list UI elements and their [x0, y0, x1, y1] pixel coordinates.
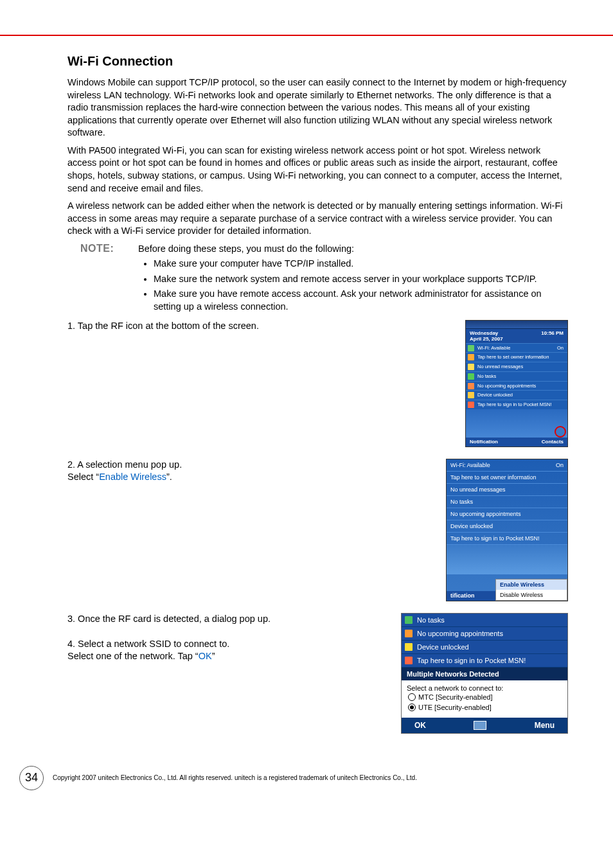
dialog-prompt: Select a network to connect to: [407, 684, 562, 692]
section-heading: Wi-Fi Connection [67, 54, 568, 69]
lock-row[interactable]: Device unlocked [402, 641, 567, 654]
note-item: Make sure the network system and remote … [154, 273, 568, 286]
step-3-4-row: 3. Once the RF card is detected, a dialo… [67, 613, 568, 734]
step-2-line-c: ”. [166, 472, 172, 482]
msn-icon [468, 402, 474, 408]
wifi-status: On [557, 345, 564, 351]
enable-wireless-link: Enable Wireless [99, 472, 166, 482]
owner-row[interactable]: Tap here to set owner information [466, 352, 567, 362]
page-content: Wi-Fi Connection Windows Mobile can supp… [0, 36, 613, 734]
dialog-title: Multiple Networks Detected [402, 668, 567, 680]
right-softkey[interactable]: Contacts [542, 439, 564, 445]
paragraph-1: Windows Mobile can support TCP/IP protoc… [67, 76, 568, 139]
paragraph-2: With PA500 integrated Wi-Fi, you can sca… [67, 145, 568, 195]
tasks-row[interactable]: No tasks [466, 371, 567, 381]
messages-row[interactable]: No unread messages [447, 484, 567, 496]
wifi-label: Wi-Fi: Available [450, 462, 490, 468]
softkey-bar: OK Menu [402, 718, 567, 733]
softkey-bar: Notification Contacts [466, 438, 567, 447]
left-softkey[interactable]: tification [447, 591, 501, 601]
copyright-text: Copyright 2007 unitech Electronics Co., … [53, 774, 417, 781]
step-1-image: WednesdayApril 25, 2007 10:56 PM Wi-Fi: … [465, 320, 568, 447]
date-time: 10:56 PM [541, 330, 564, 342]
page-footer: 34 Copyright 2007 unitech Electronics Co… [0, 766, 613, 810]
calendar-icon [405, 630, 413, 637]
messages-row[interactable]: No unread messages [466, 362, 567, 371]
lock-row[interactable]: Device unlocked [466, 390, 567, 400]
step-3-text: 3. Once the RF card is detected, a dialo… [67, 614, 271, 624]
msn-row[interactable]: Tap here to sign in to Pocket MSN! [447, 533, 567, 545]
step-3-4-text: 3. Once the RF card is detected, a dialo… [67, 613, 401, 663]
lock-row[interactable]: Device unlocked [447, 520, 567, 533]
date-bar: WednesdayApril 25, 2007 10:56 PM [466, 329, 567, 343]
step-4-line-c: ” [212, 651, 215, 661]
msn-text: Tap here to sign in to Pocket MSN! [477, 402, 551, 407]
step-1-row: 1. Tap the RF icon at the bottom of the … [67, 320, 568, 447]
wifi-row[interactable]: Wi-Fi: Available On [466, 343, 567, 353]
owner-icon [468, 354, 474, 360]
step-2-line-a: 2. A selection menu pop up. [67, 459, 182, 470]
wifi-row[interactable]: Wi-Fi: Available On [447, 459, 567, 472]
messages-text: No unread messages [477, 364, 523, 369]
tasks-row[interactable]: No tasks [402, 614, 567, 627]
left-softkey[interactable]: Notification [470, 439, 498, 445]
tasks-row[interactable]: No tasks [447, 496, 567, 508]
step-4-image: No tasks No upcoming appointments Device… [401, 613, 568, 734]
mail-icon [468, 364, 474, 370]
body-fill [466, 409, 567, 441]
dialog-body: Select a network to connect to: MTC [Sec… [402, 680, 567, 718]
wireless-popup-menu: Enable Wireless Disable Wireless [495, 579, 567, 601]
paragraph-3: A wireless network can be added either w… [67, 200, 568, 238]
note-intro: Before doing these steps, you must do th… [138, 244, 354, 254]
step-2-image: Wi-Fi: Available On Tap here to set owne… [446, 459, 568, 601]
device-screen-2: Wi-Fi: Available On Tap here to set owne… [446, 459, 568, 601]
rf-icon-highlight[interactable] [555, 426, 566, 438]
lock-text: Device unlocked [417, 643, 469, 651]
step-4-line-a: 4. Select a network SSID to connect to. [67, 639, 229, 649]
wifi-status: On [556, 462, 564, 468]
keyboard-icon[interactable] [474, 721, 486, 730]
step-2-text: 2. A selection menu pop up. Select “Enab… [67, 459, 446, 484]
step-1-text: 1. Tap the RF icon at the bottom of the … [67, 320, 465, 333]
step-2-line-b: Select “ [67, 472, 99, 482]
lock-icon [405, 643, 413, 651]
network-label: UTE [Security-enabled] [418, 704, 492, 711]
network-option-ute[interactable]: UTE [Security-enabled] [407, 702, 562, 713]
status-bar [466, 321, 567, 329]
owner-text: Tap here to set owner information [477, 354, 549, 360]
device-screen-1: WednesdayApril 25, 2007 10:56 PM Wi-Fi: … [465, 320, 568, 447]
tasks-icon [468, 373, 474, 380]
device-screen-3: No tasks No upcoming appointments Device… [401, 613, 568, 734]
appts-text: No upcoming appointments [417, 630, 503, 637]
msn-row[interactable]: Tap here to sign in to Pocket MSN! [466, 400, 567, 409]
menu-softkey[interactable]: Menu [535, 721, 555, 730]
wifi-label: Wi-Fi: Available [477, 345, 511, 351]
note-block: NOTE: Before doing these steps, you must… [80, 243, 568, 316]
ok-softkey[interactable]: OK [414, 721, 426, 730]
lock-text: Device unlocked [477, 392, 513, 398]
msn-icon [405, 657, 413, 664]
note-item: Make sure your computer have TCP/IP inst… [154, 258, 568, 270]
appts-row[interactable]: No upcoming appointments [402, 627, 567, 641]
disable-wireless-item[interactable]: Disable Wireless [496, 590, 567, 600]
enable-wireless-item[interactable]: Enable Wireless [496, 580, 567, 590]
msn-text: Tap here to sign in to Pocket MSN! [417, 657, 526, 664]
msn-row[interactable]: Tap here to sign in to Pocket MSN! [402, 654, 567, 668]
tasks-icon [405, 616, 413, 624]
tasks-text: No tasks [477, 373, 496, 379]
page-number: 34 [19, 766, 44, 790]
network-label: MTC [Security-enabled] [418, 693, 493, 701]
network-option-mtc[interactable]: MTC [Security-enabled] [407, 692, 562, 702]
calendar-icon [468, 383, 474, 389]
tasks-text: No tasks [417, 616, 445, 624]
note-list: Make sure your computer have TCP/IP inst… [138, 258, 568, 313]
ok-link: OK [199, 651, 212, 661]
appts-row[interactable]: No upcoming appointments [447, 508, 567, 520]
note-body: Before doing these steps, you must do th… [138, 243, 568, 316]
wifi-icon [468, 345, 474, 351]
step-4-line-b: Select one of the network. Tap “ [67, 651, 199, 661]
appts-row[interactable]: No upcoming appointments [466, 381, 567, 391]
radio-icon [408, 693, 416, 701]
owner-row[interactable]: Tap here to set owner information [447, 472, 567, 484]
note-label: NOTE: [80, 243, 138, 316]
